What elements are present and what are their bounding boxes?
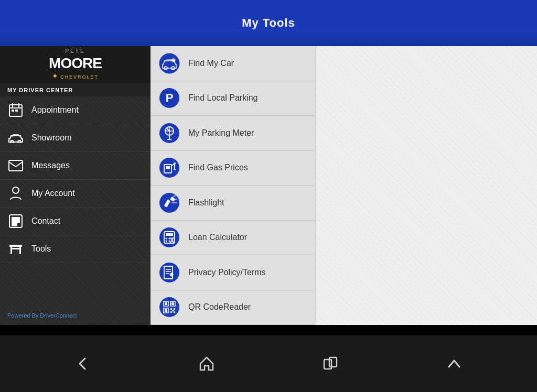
qr-icon xyxy=(158,296,181,319)
up-button[interactable] xyxy=(441,351,467,377)
appointment-label: Appointment xyxy=(31,105,79,115)
find-car-icon xyxy=(158,52,181,75)
logo-moore: MOORE xyxy=(49,55,102,72)
svg-rect-72 xyxy=(174,308,175,310)
tool-item-find-gas-prices[interactable]: Find Gas Prices xyxy=(151,151,315,186)
sidebar-item-tools[interactable]: Tools xyxy=(0,235,151,263)
sidebar: PETE MOORE ✦CHEVROLET MY DRIVER CENTER xyxy=(0,46,151,325)
svg-rect-19 xyxy=(9,245,22,247)
powered-by: Powered By DriverConnect xyxy=(0,308,151,325)
recents-button[interactable] xyxy=(317,351,343,377)
person-icon xyxy=(7,185,24,202)
main-content: PETE MOORE ✦CHEVROLET MY DRIVER CENTER xyxy=(0,46,537,325)
tool-item-find-local-parking[interactable]: P Find Local Parking xyxy=(151,81,315,116)
page-title: My Tools xyxy=(242,16,295,30)
svg-rect-38 xyxy=(166,166,170,169)
svg-rect-22 xyxy=(12,248,19,249)
logo-pete: PETE xyxy=(49,48,102,55)
svg-rect-75 xyxy=(172,310,174,311)
loan-calculator-label: Loan Calculator xyxy=(188,233,247,242)
app-header: My Tools xyxy=(0,0,537,46)
find-gas-prices-label: Find Gas Prices xyxy=(188,163,248,172)
svg-point-59 xyxy=(159,263,179,282)
sidebar-item-showroom[interactable]: Showroom xyxy=(0,124,151,152)
tools-panel: Find My Car P Find Local Parking xyxy=(151,46,316,325)
svg-rect-66 xyxy=(165,302,167,305)
bottom-nav-bar xyxy=(0,325,537,392)
svg-point-52 xyxy=(169,238,170,239)
svg-rect-20 xyxy=(10,247,12,254)
tools-label: Tools xyxy=(31,244,51,254)
svg-rect-5 xyxy=(15,110,18,112)
my-account-label: My Account xyxy=(31,189,75,198)
svg-rect-73 xyxy=(170,311,172,313)
svg-rect-70 xyxy=(165,309,167,312)
svg-rect-50 xyxy=(166,233,173,236)
back-button[interactable] xyxy=(70,351,96,377)
content-area xyxy=(316,46,537,325)
sidebar-nav: Appointment Showroom xyxy=(0,96,151,308)
flashlight-label: Flashlight xyxy=(188,198,224,208)
sidebar-item-contact[interactable]: Contact xyxy=(0,208,151,235)
svg-point-48 xyxy=(159,227,179,247)
tool-item-loan-calculator[interactable]: Loan Calculator xyxy=(151,221,315,256)
meter-icon xyxy=(158,122,181,145)
sidebar-item-messages[interactable]: Messages xyxy=(0,152,151,180)
svg-rect-13 xyxy=(17,217,20,220)
tool-item-privacy-policy[interactable]: Privacy Policy/Terms xyxy=(151,255,315,290)
calendar-icon xyxy=(7,102,24,118)
gas-icon xyxy=(158,156,181,179)
messages-label: Messages xyxy=(31,161,70,170)
showroom-label: Showroom xyxy=(31,133,71,143)
svg-point-9 xyxy=(13,187,19,193)
svg-point-64 xyxy=(159,297,179,317)
privacy-policy-label: Privacy Policy/Terms xyxy=(188,268,266,277)
svg-rect-68 xyxy=(171,302,174,305)
contact-label: Contact xyxy=(31,216,60,226)
home-button[interactable] xyxy=(194,351,220,377)
parking-icon: P xyxy=(158,86,181,110)
svg-rect-71 xyxy=(170,308,172,310)
tools-icon xyxy=(7,241,24,257)
tool-item-flashlight[interactable]: Flashlight xyxy=(151,186,315,221)
tool-item-my-parking-meter[interactable]: My Parking Meter xyxy=(151,116,315,151)
find-local-parking-label: Find Local Parking xyxy=(188,93,258,103)
logo-chevrolet: ✦CHEVROLET xyxy=(49,72,102,81)
sidebar-item-appointment[interactable]: Appointment xyxy=(0,96,151,124)
svg-point-51 xyxy=(166,238,167,239)
my-parking-meter-label: My Parking Meter xyxy=(188,128,254,138)
svg-rect-18 xyxy=(14,223,17,226)
logo-area: PETE MOORE ✦CHEVROLET xyxy=(0,46,151,83)
svg-rect-8 xyxy=(9,160,23,171)
tool-item-find-my-car[interactable]: Find My Car xyxy=(151,46,315,81)
svg-rect-77 xyxy=(329,357,337,367)
svg-rect-74 xyxy=(174,311,175,313)
find-my-car-label: Find My Car xyxy=(188,59,234,68)
svg-point-55 xyxy=(169,241,170,242)
driver-center-label: MY DRIVER CENTER xyxy=(0,83,151,96)
phone-icon xyxy=(7,213,24,230)
tool-item-qr-codereader[interactable]: QR CodeReader xyxy=(151,290,315,325)
sidebar-item-my-account[interactable]: My Account xyxy=(0,180,151,208)
svg-point-40 xyxy=(174,162,176,165)
svg-rect-76 xyxy=(324,360,331,369)
status-bar xyxy=(0,325,537,335)
car-icon xyxy=(7,129,24,146)
svg-rect-4 xyxy=(12,110,14,112)
svg-point-23 xyxy=(159,53,179,73)
nav-buttons xyxy=(0,335,537,392)
envelope-icon xyxy=(7,157,24,174)
svg-point-27 xyxy=(172,59,175,62)
svg-rect-16 xyxy=(17,220,20,223)
document-icon xyxy=(158,261,181,284)
svg-text:P: P xyxy=(166,91,174,104)
svg-point-54 xyxy=(166,241,167,242)
calculator-icon xyxy=(158,226,181,249)
qr-codereader-label: QR CodeReader xyxy=(188,302,251,312)
flashlight-icon xyxy=(158,191,181,214)
svg-rect-21 xyxy=(19,247,21,254)
